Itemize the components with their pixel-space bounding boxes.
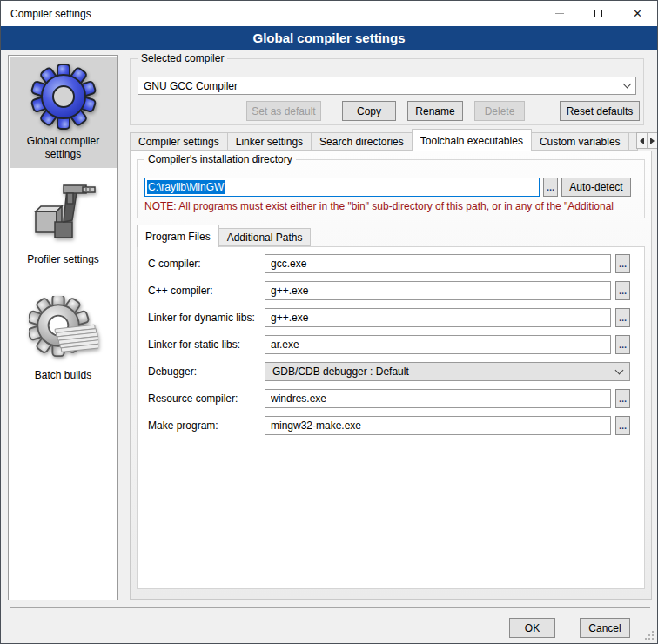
- gray-gear-papers-icon: [29, 296, 98, 366]
- cancel-button[interactable]: Cancel: [580, 618, 630, 638]
- set-as-default-button[interactable]: Set as default: [246, 101, 321, 121]
- compiler-select-dropdown[interactable]: GNU GCC Compiler: [138, 77, 636, 95]
- settings-tab-bar: Compiler settings Linker settings Search…: [130, 129, 652, 151]
- installation-directory-value: C:\raylib\MinGW: [147, 180, 225, 194]
- copy-button[interactable]: Copy: [342, 101, 396, 121]
- make-program-input[interactable]: [265, 416, 611, 435]
- static-linker-input[interactable]: [265, 335, 611, 354]
- installation-directory-group: Compiler's installation directory C:\ray…: [137, 159, 645, 218]
- blue-gear-icon: [29, 62, 98, 131]
- caliper-icon: [29, 180, 98, 250]
- static-linker-browse-button[interactable]: ...: [615, 335, 630, 354]
- arrow-right-icon: [650, 138, 655, 144]
- auto-detect-button[interactable]: Auto-detect: [561, 178, 631, 197]
- toolchain-executables-panel: Compiler's installation directory C:\ray…: [130, 151, 652, 600]
- static-linker-label: Linker for static libs:: [148, 335, 240, 354]
- page-title: Global compiler settings: [1, 26, 657, 50]
- compiler-select-value: GNU GCC Compiler: [144, 80, 624, 92]
- compiler-settings-dialog: Compiler settings ✕ Global compiler sett…: [0, 0, 658, 644]
- browse-directory-button[interactable]: ...: [543, 178, 558, 197]
- installation-directory-group-label: Compiler's installation directory: [144, 153, 296, 165]
- tab-linker-settings[interactable]: Linker settings: [227, 132, 312, 151]
- tab-toolchain-executables[interactable]: Toolchain executables: [412, 129, 532, 151]
- window-title: Compiler settings: [1, 8, 540, 20]
- dynamic-linker-label: Linker for dynamic libs:: [148, 308, 255, 327]
- tab-compiler-settings[interactable]: Compiler settings: [130, 132, 228, 151]
- chevron-down-icon: [623, 80, 632, 89]
- arrow-left-icon: [640, 138, 644, 144]
- tab-program-files[interactable]: Program Files: [137, 225, 219, 247]
- footer-divider: [10, 607, 650, 608]
- sidebar-item-label: Global compiler settings: [11, 135, 115, 161]
- tab-custom-variables[interactable]: Custom variables: [531, 132, 629, 151]
- resource-compiler-input[interactable]: [265, 389, 611, 408]
- ok-button[interactable]: OK: [509, 618, 555, 638]
- bin-subdirectory-note: NOTE: All programs must exist either in …: [144, 200, 642, 212]
- settings-category-list: Global compiler settings Profiler settin…: [8, 55, 118, 600]
- title-bar[interactable]: Compiler settings ✕: [1, 1, 657, 26]
- c-compiler-input[interactable]: [265, 254, 611, 273]
- reset-defaults-button[interactable]: Reset defaults: [560, 101, 640, 121]
- selected-compiler-group-label: Selected compiler: [138, 52, 227, 64]
- sidebar-item-label: Batch builds: [35, 369, 91, 382]
- sidebar-item-batch-builds[interactable]: Batch builds: [9, 296, 118, 382]
- maximize-button[interactable]: [579, 1, 618, 26]
- cpp-compiler-browse-button[interactable]: ...: [615, 281, 630, 300]
- sidebar-item-profiler-settings[interactable]: Profiler settings: [9, 180, 118, 266]
- dynamic-linker-browse-button[interactable]: ...: [615, 308, 630, 327]
- tab-scroll-right-button[interactable]: [647, 132, 658, 149]
- minimize-button[interactable]: [540, 1, 579, 26]
- tab-search-directories[interactable]: Search directories: [311, 132, 413, 151]
- maximize-icon: [594, 10, 602, 17]
- sidebar-item-label: Profiler settings: [27, 253, 99, 266]
- program-files-panel: C compiler: ... C++ compiler: ... Linker…: [137, 246, 645, 589]
- delete-button[interactable]: Delete: [474, 101, 525, 121]
- resource-compiler-label: Resource compiler:: [148, 389, 238, 408]
- cpp-compiler-label: C++ compiler:: [148, 281, 213, 300]
- installation-directory-input[interactable]: C:\raylib\MinGW: [144, 178, 540, 197]
- dynamic-linker-input[interactable]: [265, 308, 611, 327]
- rename-button[interactable]: Rename: [407, 101, 463, 121]
- make-program-browse-button[interactable]: ...: [615, 416, 630, 435]
- cpp-compiler-input[interactable]: [265, 281, 611, 300]
- c-compiler-label: C compiler:: [148, 254, 201, 273]
- resize-grip[interactable]: [645, 631, 655, 641]
- close-button[interactable]: ✕: [618, 1, 657, 26]
- debugger-label: Debugger:: [148, 362, 197, 381]
- selected-compiler-group: Selected compiler GNU GCC Compiler Set a…: [130, 58, 644, 125]
- sidebar-item-global-compiler-settings[interactable]: Global compiler settings: [10, 57, 117, 168]
- minimize-icon: [555, 13, 564, 14]
- make-program-label: Make program:: [148, 416, 218, 435]
- debugger-dropdown[interactable]: GDB/CDB debugger : Default: [265, 362, 630, 381]
- close-icon: ✕: [633, 8, 642, 19]
- resource-compiler-browse-button[interactable]: ...: [615, 389, 630, 408]
- tab-additional-paths[interactable]: Additional Paths: [218, 228, 312, 246]
- debugger-value: GDB/CDB debugger : Default: [272, 366, 616, 378]
- chevron-down-icon: [615, 366, 624, 374]
- programs-tab-bar: Program Files Additional Paths: [137, 225, 310, 247]
- c-compiler-browse-button[interactable]: ...: [615, 254, 630, 273]
